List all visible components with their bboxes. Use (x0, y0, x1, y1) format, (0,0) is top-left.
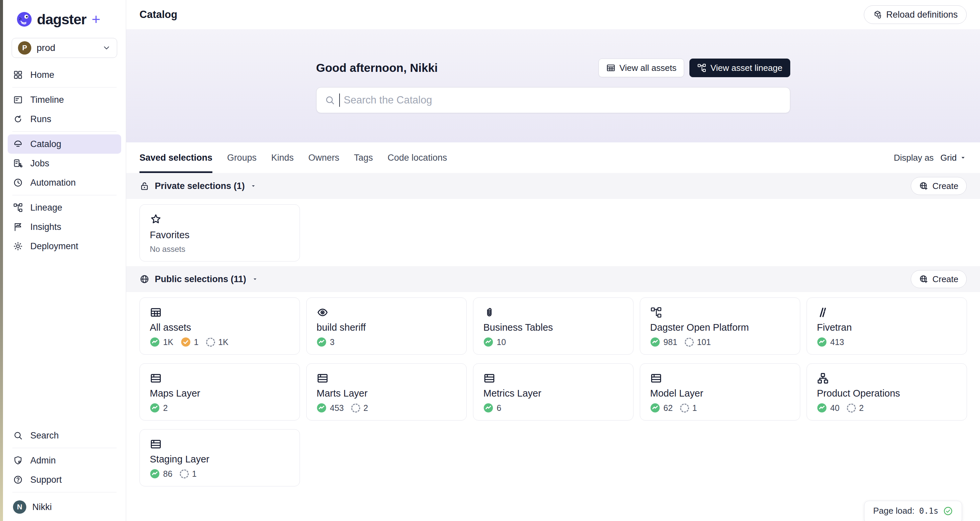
never-materialized-badge: 1 (680, 403, 697, 413)
sidebar-item-runs[interactable]: Runs (8, 110, 121, 129)
display-as-dropdown[interactable]: Grid (940, 153, 967, 163)
display-as-control: Display as Grid (894, 153, 967, 163)
table-rows-icon (317, 372, 457, 384)
selection-card-business-tables[interactable]: Business Tables 10 (473, 297, 633, 355)
cube-reload-icon (873, 10, 882, 19)
materialized-icon (817, 337, 827, 347)
sidebar: dagster + P prod Home Timeline Runs (3, 0, 126, 521)
selection-card-all-assets[interactable]: All assets 1K 1 1K (140, 297, 300, 355)
tab-kinds[interactable]: Kinds (271, 142, 294, 173)
app-window: dagster + P prod Home Timeline Runs (0, 0, 980, 521)
badge-count: 6 (497, 403, 501, 413)
selection-card-model-layer[interactable]: Model Layer 62 1 (640, 363, 800, 421)
gear-icon (13, 241, 23, 251)
sidebar-item-timeline[interactable]: Timeline (8, 90, 121, 110)
create-private-selection-button[interactable]: Create (911, 177, 967, 195)
sidebar-item-catalog[interactable]: Catalog (8, 134, 121, 154)
deployment-avatar: P (18, 41, 31, 54)
private-selections-header: Private selections (1) Create (126, 173, 980, 199)
selection-card-build-sheriff[interactable]: build sheriff 3 (306, 297, 467, 355)
display-as-value: Grid (940, 153, 957, 163)
table-rows-icon (483, 372, 623, 384)
paperclip-icon (483, 307, 623, 318)
section-title: Public selections (11) (155, 274, 247, 284)
sidebar-item-home[interactable]: Home (8, 65, 121, 84)
public-selections-grid: All assets 1K 1 1K build sheriff 3 Busin… (126, 292, 980, 493)
selection-card-fivetran[interactable]: Fivetran 413 (807, 297, 967, 355)
badge-count: 1 (692, 403, 697, 413)
table-rows-icon (150, 372, 290, 384)
user-menu[interactable]: N Nikki (8, 495, 121, 521)
caret-down-icon (959, 154, 967, 161)
sidebar-item-label: Catalog (30, 139, 61, 149)
asset-status-badges: 2 (150, 403, 290, 413)
public-selections-header: Public selections (11) Create (126, 266, 980, 292)
selection-card-marts-layer[interactable]: Marts Layer 453 2 (306, 363, 467, 421)
user-name: Nikki (32, 502, 52, 512)
selection-card-title: Staging Layer (150, 454, 290, 465)
view-all-assets-button[interactable]: View all assets (598, 59, 684, 77)
sidebar-item-support[interactable]: Support (8, 470, 121, 489)
search-input[interactable] (344, 94, 782, 106)
create-label: Create (932, 274, 958, 284)
selection-card-staging-layer[interactable]: Staging Layer 86 1 (140, 429, 300, 486)
sidebar-item-insights[interactable]: Insights (8, 217, 121, 237)
sidebar-item-lineage[interactable]: Lineage (8, 198, 121, 217)
materialized-badge: 10 (483, 337, 506, 347)
private-selections-toggle[interactable]: Private selections (1) (140, 181, 257, 191)
sidebar-item-jobs[interactable]: Jobs (8, 154, 121, 173)
tab-groups[interactable]: Groups (227, 142, 257, 173)
lock-icon (140, 181, 150, 191)
view-asset-lineage-button[interactable]: View asset lineage (689, 59, 790, 77)
globe-icon (140, 274, 150, 284)
selection-card-product-operations[interactable]: Product Operations 40 2 (807, 363, 967, 421)
view-asset-lineage-label: View asset lineage (710, 63, 782, 73)
check-circle-icon (943, 506, 953, 516)
shield-icon (13, 456, 23, 465)
greeting-text: Good afternoon, Nikki (316, 61, 438, 75)
catalog-icon (13, 139, 23, 149)
tab-tags[interactable]: Tags (354, 142, 373, 173)
badge-count: 1 (192, 469, 197, 479)
runs-icon (13, 114, 23, 124)
deployment-switcher[interactable]: P prod (12, 38, 117, 58)
selection-card-metrics-layer[interactable]: Metrics Layer 6 (473, 363, 633, 421)
materialized-badge: 2 (150, 403, 168, 413)
catalog-search[interactable] (316, 87, 790, 113)
search-icon (325, 95, 335, 105)
table-rows-icon (650, 372, 790, 384)
deployment-name: prod (37, 43, 97, 53)
asset-status-badges: 981 101 (650, 337, 790, 347)
tab-saved-selections[interactable]: Saved selections (140, 142, 212, 173)
materialized-icon (150, 337, 160, 347)
lineage-icon (650, 307, 790, 318)
sidebar-item-admin[interactable]: Admin (8, 451, 121, 470)
sidebar-item-label: Insights (30, 222, 61, 232)
tab-owners[interactable]: Owners (308, 142, 339, 173)
check-icon (181, 337, 191, 347)
sidebar-item-deployment[interactable]: Deployment (8, 237, 121, 256)
brand-logo[interactable]: dagster + (3, 0, 126, 36)
badge-count: 86 (163, 469, 172, 479)
sidebar-item-search[interactable]: Search (8, 426, 121, 445)
create-public-selection-button[interactable]: Create (911, 270, 967, 288)
chevron-down-icon (102, 44, 111, 52)
selection-card-dagster-open-platform[interactable]: Dagster Open Platform 981 101 (640, 297, 800, 355)
sidebar-item-automation[interactable]: Automation (8, 173, 121, 192)
selection-card-maps-layer[interactable]: Maps Layer 2 (140, 363, 300, 421)
never-materialized-badge: 2 (351, 403, 368, 413)
public-selections-toggle[interactable]: Public selections (11) (140, 274, 258, 284)
globe-plus-icon (919, 181, 928, 191)
reload-definitions-button[interactable]: Reload definitions (864, 5, 967, 24)
main-content: Catalog Reload definitions Good afternoo… (126, 0, 980, 521)
never-materialized-icon (685, 338, 694, 347)
insights-icon (13, 222, 23, 232)
materialized-badge: 413 (817, 337, 844, 347)
badge-count: 1K (218, 337, 229, 347)
selection-card-favorites[interactable]: Favorites No assets (140, 204, 300, 262)
tab-code-locations[interactable]: Code locations (387, 142, 447, 173)
materialized-badge: 981 (650, 337, 678, 347)
sidebar-item-label: Support (30, 475, 62, 485)
materialized-icon (150, 403, 160, 413)
asset-status-badges: 6 (483, 403, 623, 413)
